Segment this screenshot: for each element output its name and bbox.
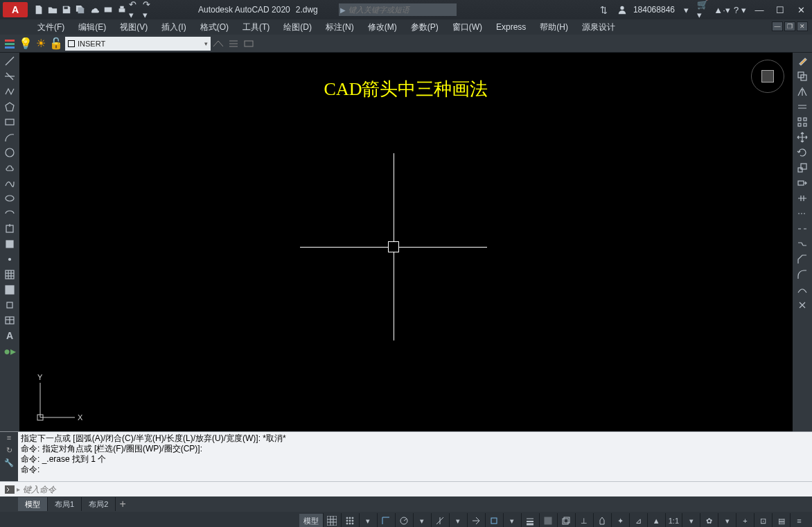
explode-tool[interactable] — [795, 298, 810, 312]
menu-dimension[interactable]: 标注(N) — [319, 19, 361, 35]
menu-window[interactable]: 窗口(W) — [445, 19, 489, 35]
ellipse-tool[interactable] — [2, 191, 17, 205]
revcloud-tool[interactable] — [2, 161, 17, 175]
tab-layout1[interactable]: 布局1 — [48, 497, 82, 511]
doc-minimize-button[interactable]: — — [772, 21, 783, 31]
gradient-tool[interactable] — [2, 283, 17, 297]
rectangle-tool[interactable] — [2, 115, 17, 129]
command-input[interactable] — [20, 485, 809, 494]
insert-block-tool[interactable] — [2, 222, 17, 236]
array-tool[interactable] — [795, 115, 810, 129]
blend-tool[interactable] — [795, 283, 810, 297]
lineweight-toggle[interactable] — [521, 513, 539, 527]
annoscale-toggle[interactable]: ▲ — [647, 513, 665, 527]
rotate-tool[interactable] — [795, 146, 810, 159]
doc-close-button[interactable]: ✕ — [797, 21, 808, 31]
line-tool[interactable] — [2, 54, 17, 68]
fillet-tool[interactable] — [795, 268, 810, 282]
cmd-customize-icon[interactable]: 🔧 — [3, 458, 15, 469]
cmd-recent-icon[interactable]: ↻ — [3, 446, 15, 457]
status-dropdown-5[interactable]: ▾ — [682, 513, 700, 527]
status-dropdown-2[interactable]: ▾ — [413, 513, 431, 527]
menu-insert[interactable]: 插入(I) — [155, 19, 193, 35]
trim-tool[interactable] — [795, 191, 810, 205]
ortho-toggle[interactable] — [377, 513, 395, 527]
make-block-tool[interactable] — [2, 237, 17, 251]
annotation-monitor[interactable]: + — [736, 513, 754, 527]
point-tool[interactable] — [2, 252, 17, 266]
move-tool[interactable] — [795, 130, 810, 144]
cmd-history-icon[interactable]: ≡ — [3, 433, 15, 444]
table-tool[interactable] — [2, 313, 17, 327]
quick-properties[interactable]: ▤ — [772, 513, 790, 527]
doc-restore-button[interactable]: ❐ — [784, 21, 795, 31]
viewcube[interactable] — [751, 60, 786, 94]
user-icon[interactable] — [615, 3, 629, 17]
scale-tool[interactable] — [795, 161, 810, 175]
layer-tool-1-icon[interactable] — [211, 36, 226, 51]
menu-draw[interactable]: 绘图(D) — [276, 19, 319, 35]
help-icon[interactable]: ? ▾ — [733, 3, 747, 17]
chamfer-tool[interactable] — [795, 252, 810, 266]
ellipse-arc-tool[interactable] — [2, 207, 17, 221]
layer-lock-icon[interactable]: 🔓 — [48, 36, 64, 51]
circle-tool[interactable] — [2, 146, 17, 159]
search-input[interactable] — [347, 6, 457, 14]
search-box[interactable]: ▶ — [339, 3, 457, 16]
menu-parametric[interactable]: 参数(P) — [404, 19, 445, 35]
menu-help[interactable]: 帮助(H) — [533, 19, 575, 35]
customization-toggle[interactable]: ≡ — [790, 513, 808, 527]
polyline-tool[interactable] — [2, 85, 17, 98]
drawing-canvas[interactable]: CAD箭头中三种画法 X Y — [19, 53, 793, 431]
mtext-tool[interactable]: A — [2, 329, 17, 343]
snap-toggle[interactable] — [341, 513, 359, 527]
dynucs-toggle[interactable]: ⊥ — [575, 513, 593, 527]
cloud-icon[interactable] — [87, 3, 101, 17]
polar-toggle[interactable] — [395, 513, 413, 527]
osnap-toggle[interactable] — [467, 513, 485, 527]
add-tool-icon[interactable]: ●▸ — [2, 344, 17, 358]
selection-cycling-toggle[interactable] — [557, 513, 575, 527]
plot-icon[interactable] — [101, 3, 115, 17]
menu-edit[interactable]: 编辑(E) — [71, 19, 113, 35]
tab-layout2[interactable]: 布局2 — [82, 497, 116, 511]
spline-tool[interactable] — [2, 176, 17, 190]
status-dropdown-3[interactable]: ▾ — [449, 513, 467, 527]
status-dropdown-1[interactable]: ▾ — [359, 513, 377, 527]
mirror-tool[interactable] — [795, 85, 810, 98]
workspace-switch[interactable]: ✿ — [700, 513, 718, 527]
layer-tool-3-icon[interactable] — [241, 36, 256, 51]
break-tool[interactable] — [795, 222, 810, 236]
menu-express[interactable]: Express — [489, 19, 533, 35]
gizmo-toggle[interactable]: ✦ — [611, 513, 629, 527]
status-dropdown-6[interactable]: ▾ — [718, 513, 736, 527]
print-icon[interactable] — [115, 3, 129, 17]
osnap3d-toggle[interactable] — [485, 513, 503, 527]
selection-filter-toggle[interactable] — [593, 513, 611, 527]
menu-view[interactable]: 视图(V) — [113, 19, 155, 35]
transparency-toggle[interactable] — [539, 513, 557, 527]
grid-toggle[interactable] — [323, 513, 341, 527]
layer-dropdown[interactable]: INSERT ▾ — [65, 37, 211, 51]
erase-tool[interactable] — [795, 54, 810, 68]
status-model-label[interactable]: 模型 — [299, 514, 323, 527]
minimize-button[interactable]: — — [751, 3, 768, 17]
layer-bulb-icon[interactable]: 💡 — [18, 36, 33, 51]
redo-icon[interactable]: ↷ ▾ — [143, 3, 157, 17]
undo-icon[interactable]: ↶ ▾ — [129, 3, 143, 17]
arc-tool[interactable] — [2, 130, 17, 144]
annotation-toggle[interactable]: ⊿ — [629, 513, 647, 527]
user-dropdown-icon[interactable]: ▾ — [679, 3, 693, 17]
region-tool[interactable] — [2, 298, 17, 312]
tab-model[interactable]: 模型 — [18, 497, 48, 511]
menu-file[interactable]: 文件(F) — [30, 19, 71, 35]
tab-add-button[interactable]: + — [116, 498, 130, 510]
new-file-icon[interactable] — [32, 3, 46, 17]
close-button[interactable]: ✕ — [793, 3, 809, 17]
app-logo[interactable]: A — [3, 2, 28, 17]
maximize-button[interactable]: ☐ — [772, 3, 788, 17]
apps-icon[interactable]: ▲·▾ — [715, 3, 729, 17]
menu-format[interactable]: 格式(O) — [193, 19, 236, 35]
open-file-icon[interactable] — [46, 3, 60, 17]
cart-icon[interactable]: 🛒▾ — [697, 3, 711, 17]
